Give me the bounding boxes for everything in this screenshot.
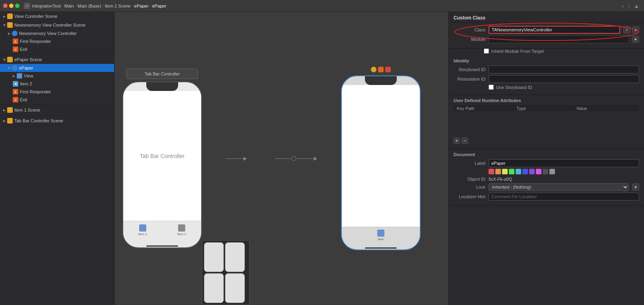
phone2-container: Item xyxy=(341,67,421,250)
udra-remove-btn[interactable]: − xyxy=(462,137,468,144)
class-icons: + ▼ xyxy=(623,26,639,33)
icon-view: □ xyxy=(17,73,22,79)
thumb-4[interactable] xyxy=(225,273,245,303)
icon-item2: ★ xyxy=(13,81,18,87)
thumb-3[interactable] xyxy=(204,273,224,303)
label-first-responder-2: First Responder xyxy=(20,89,51,94)
swatch-dark[interactable] xyxy=(543,169,548,174)
nav-up[interactable]: ▲ xyxy=(632,2,641,10)
phone1-mockup: Tab Bar Controller Item 1 Item 2 xyxy=(122,81,202,248)
sidebar-item-exit-2[interactable]: × Exit xyxy=(0,96,114,104)
tabbar-header-box: Tab Bar Controller xyxy=(126,69,198,79)
breadcrumb-epaper[interactable]: ePaper xyxy=(152,4,166,8)
object-id-row: Object ID 5cX-Fk-u0Q xyxy=(454,177,639,181)
lock-select[interactable]: Inherited - (Nothing) xyxy=(489,183,629,191)
divider-3 xyxy=(0,115,114,116)
arrow-right-1: ▶ xyxy=(243,156,247,161)
doc-label-label: Label xyxy=(454,161,485,166)
thumb-2[interactable] xyxy=(225,242,245,272)
inherit-checkbox[interactable] xyxy=(484,48,489,54)
label-exit-1: Exit xyxy=(20,47,27,52)
close-button[interactable] xyxy=(3,4,8,8)
sidebar-scene-view-controller[interactable]: ▶ View Controller Scene xyxy=(0,12,114,21)
app-logo: A xyxy=(24,3,30,9)
icon-orange-2: 1 xyxy=(13,89,18,95)
breadcrumb-main-base[interactable]: Item 2 Scene xyxy=(105,4,131,8)
class-add-icon[interactable]: + xyxy=(623,26,630,33)
breadcrumb-integration[interactable]: IntegrationTest xyxy=(32,4,60,8)
swatch-yellow[interactable] xyxy=(502,169,508,174)
class-input[interactable] xyxy=(489,26,620,34)
col-type: Type xyxy=(516,106,576,111)
control-dot-orange xyxy=(378,67,384,72)
label-exit-2: Exit xyxy=(20,97,27,102)
class-field-container: Class + ▼ Module ▼ xyxy=(449,23,644,48)
restoration-id-input[interactable] xyxy=(489,75,639,83)
udra-add-btn[interactable]: + xyxy=(454,137,460,144)
localizer-row: Localizer Hint xyxy=(454,193,639,201)
module-input[interactable] xyxy=(489,35,629,43)
scene-icon-yellow-2 xyxy=(7,22,13,28)
home-indicator-2 xyxy=(365,247,397,249)
class-dropdown-icon[interactable]: ▼ xyxy=(632,26,639,33)
scene-icon-yellow xyxy=(7,14,13,19)
breadcrumb-item2-scene[interactable]: ePaper xyxy=(134,4,148,8)
sidebar-scene-newsmemory[interactable]: ▶ Newsmemory View Controller Scene xyxy=(0,21,114,29)
label-item2: Item 2 xyxy=(20,81,32,86)
sidebar-item-epaper[interactable]: ▶ ePaper xyxy=(0,64,114,72)
triangle-sm: ▶ xyxy=(8,32,10,35)
tab-label-1: Item 1 xyxy=(138,232,147,236)
minimize-button[interactable] xyxy=(9,4,14,8)
swatch-purple[interactable] xyxy=(529,169,535,174)
scene-label-newsmemory: Newsmemory View Controller Scene xyxy=(14,23,85,27)
sidebar-item-newsmemory-vc[interactable]: ▶ Newsmemory View Controller xyxy=(0,29,114,37)
sidebar-item-item2[interactable]: ★ Item 2 xyxy=(0,80,114,88)
icon-yellow-epaper xyxy=(7,57,13,62)
inherit-module-row: Inherit Module From Target xyxy=(484,48,644,54)
swatch-orange[interactable] xyxy=(495,169,501,174)
sidebar-item-view[interactable]: ▶ □ View xyxy=(0,72,114,80)
custom-class-title: Custom Class xyxy=(449,12,644,23)
lock-dropdown-icon[interactable]: ▼ xyxy=(632,183,639,191)
scene-label-view-controller: View Controller Scene xyxy=(14,14,58,19)
breadcrumb-integration2[interactable]: Main xyxy=(64,4,74,8)
tab2-label-1: Item xyxy=(378,237,384,241)
triangle-epaper-item: ▶ xyxy=(8,67,11,69)
nav-forward[interactable]: › xyxy=(626,2,631,10)
swatch-gray[interactable] xyxy=(549,169,555,174)
connector-circle xyxy=(291,156,296,161)
tabbar-header-label: Tab Bar Controller xyxy=(145,71,180,76)
tab2-icon-1 xyxy=(377,230,384,237)
icon-blue-1 xyxy=(12,31,17,36)
nav-back[interactable]: ‹ xyxy=(621,2,626,10)
breadcrumb-sep-5: › xyxy=(149,4,151,8)
swatch-pink[interactable] xyxy=(536,169,541,174)
localizer-input[interactable] xyxy=(489,193,639,201)
doc-label-input[interactable] xyxy=(489,159,639,167)
thumb-1[interactable] xyxy=(204,242,224,272)
sidebar-item-exit-1[interactable]: × Exit xyxy=(0,45,114,53)
user-defined-section: User Defined Runtime Attributes Key Path… xyxy=(449,95,644,149)
swatch-red[interactable] xyxy=(489,169,494,174)
swatch-blue[interactable] xyxy=(522,169,528,174)
phone2-mockup: Item xyxy=(341,75,421,250)
breadcrumb-main[interactable]: Main (Base) xyxy=(78,4,101,8)
use-storyboard-checkbox[interactable] xyxy=(489,85,494,90)
icon-yellow-tabbar xyxy=(7,118,13,124)
divider-1 xyxy=(0,54,114,54)
sidebar-scene-tabbar[interactable]: ▶ Tab Bar Controller Scene xyxy=(0,116,114,125)
swatch-light-blue[interactable] xyxy=(516,169,521,174)
sidebar-scene-epaper[interactable]: ▶ ePaper Scene xyxy=(0,55,114,64)
sidebar-item-first-responder-1[interactable]: 1 First Responder xyxy=(0,37,114,45)
color-swatches xyxy=(489,169,639,174)
label-view: View xyxy=(24,73,33,78)
sidebar-item-first-responder-2[interactable]: 1 First Responder xyxy=(0,88,114,96)
label-first-responder-1: First Responder xyxy=(20,39,51,44)
sidebar-scene-item1[interactable]: ▶ Item 1 Scene xyxy=(0,106,114,114)
use-storyboard-row: Use Storyboard ID xyxy=(489,85,639,90)
swatch-green[interactable] xyxy=(509,169,514,174)
zoom-button[interactable] xyxy=(15,4,19,8)
module-dropdown-icon[interactable]: ▼ xyxy=(632,36,639,43)
tab-item-2: Item 2 xyxy=(177,224,186,236)
storyboard-id-input[interactable] xyxy=(489,66,639,73)
